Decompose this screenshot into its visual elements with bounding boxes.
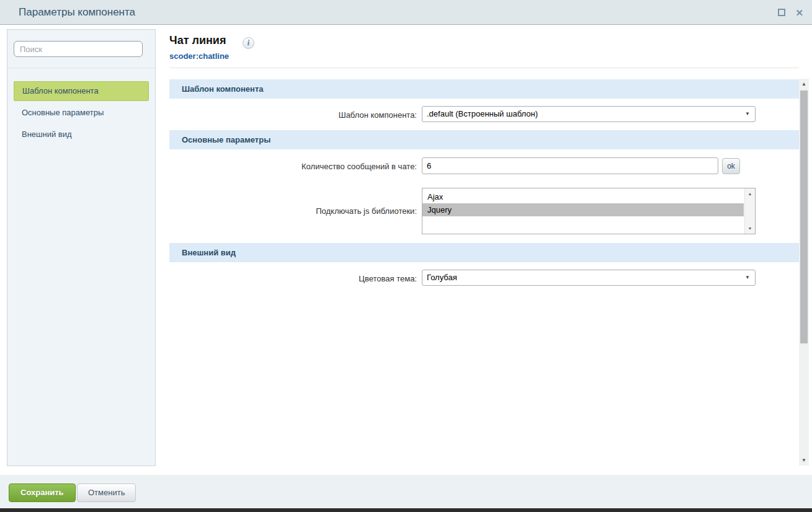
template-select[interactable]: .default (Встроенный шаблон) ▼ [422,106,756,122]
header-divider [169,68,799,68]
search-input[interactable] [14,41,143,57]
color-theme-select[interactable]: Голубая ▼ [422,270,756,286]
scrollbar-up-icon[interactable]: ▲ [745,189,755,198]
dialog-title: Параметры компонента [19,0,135,24]
message-count-label: Количество сообщений в чате: [169,162,417,171]
dialog-footer: Сохранить Отменить [0,475,812,508]
scrollbar-thumb[interactable] [800,90,808,343]
js-libraries-multiselect[interactable]: Ajax Jquery ▲ ▼ [422,188,756,234]
color-theme-select-value: Голубая [427,270,457,285]
template-select-value: .default (Встроенный шаблон) [427,107,538,121]
info-icon[interactable]: i [243,37,254,49]
multiselect-scrollbar[interactable]: ▲ ▼ [744,188,755,234]
sidebar-item-appearance[interactable]: Внешний вид [14,125,149,144]
sidebar-item-label: Шаблон компонента [22,86,99,95]
color-theme-label: Цветовая тема: [169,274,417,283]
option-jquery[interactable]: Jquery [422,203,744,216]
sidebar-item-main-parameters[interactable]: Основные параметры [14,103,149,123]
cancel-button[interactable]: Отменить [77,483,136,502]
ok-button[interactable]: ok [722,158,740,174]
content-scrollbar[interactable]: ▲ ▼ [799,79,809,466]
section-header-component-template: Шаблон компонента [169,79,799,99]
dialog-titlebar: Параметры компонента ✕ [0,0,812,25]
sidebar-divider [7,68,155,68]
component-code: scoder:chatline [169,51,229,61]
scrollbar-up-icon[interactable]: ▲ [799,79,809,89]
sidebar-menu: Шаблон компонента Основные параметры Вне… [14,81,149,146]
js-libraries-label: Подключать js библиотеки: [169,206,417,216]
sidebar-item-label: Внешний вид [22,130,72,139]
scrollbar-down-icon[interactable]: ▼ [799,455,809,466]
chevron-down-icon: ▼ [745,107,750,121]
component-title: Чат линия [169,34,226,47]
message-count-input[interactable] [422,157,718,174]
window-controls: ✕ [778,0,803,25]
chevron-down-icon: ▼ [745,270,750,285]
template-select-label: Шаблон компонента: [169,110,417,120]
dialog-bottom-edge [0,508,812,512]
option-ajax[interactable]: Ajax [422,190,744,203]
section-header-appearance: Внешний вид [169,243,799,262]
scrollbar-down-icon[interactable]: ▼ [745,224,755,233]
close-icon[interactable]: ✕ [795,8,803,17]
maximize-icon[interactable] [778,9,785,16]
section-header-main-parameters: Основные параметры [169,130,799,149]
multiselect-options: Ajax Jquery [422,190,744,216]
save-button[interactable]: Сохранить [9,483,76,502]
sidebar-item-component-template[interactable]: Шаблон компонента [14,81,149,101]
sidebar: Шаблон компонента Основные параметры Вне… [7,29,156,466]
sidebar-item-label: Основные параметры [22,108,104,117]
